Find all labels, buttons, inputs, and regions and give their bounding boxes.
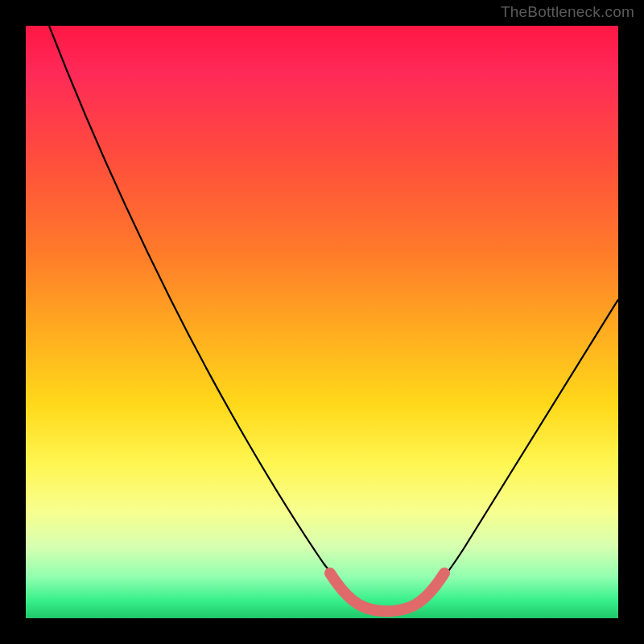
optimal-highlight — [330, 573, 444, 611]
bottleneck-curve — [49, 26, 618, 609]
chart-frame: TheBottleneck.com — [0, 0, 644, 644]
curve-layer — [26, 26, 618, 618]
plot-area — [26, 26, 618, 618]
watermark-text: TheBottleneck.com — [501, 3, 634, 21]
